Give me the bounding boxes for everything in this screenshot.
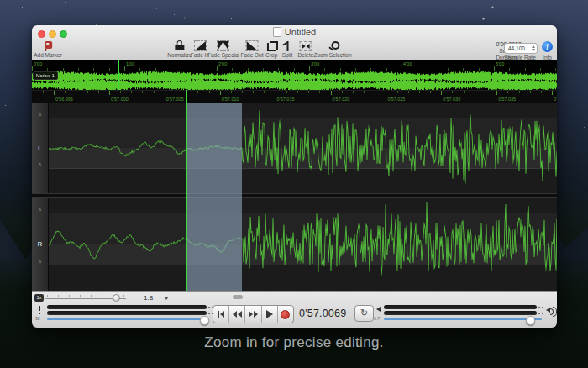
channel-gutter: 6R6 [32,197,49,291]
ruler-tick-label: 0'57.000 [111,97,129,102]
marker-pill[interactable]: Marker 1 [33,71,58,80]
channel-waveform-R[interactable] [48,197,557,291]
progress-slider-knob-left[interactable] [200,316,209,325]
overview-playhead[interactable] [118,60,119,90]
progress-slider-track-left[interactable] [47,318,208,320]
waveform-canvas[interactable] [48,103,557,193]
ruler-tick-label: 0'57.015 [277,97,295,102]
ruler-tick-label: 0'00 [34,61,42,66]
info-label: Info [540,55,554,60]
toolbar-label: Zoom Selection [313,52,351,58]
volume-value: 6.7 [374,316,380,321]
meter-value-left: 98 [35,316,40,321]
ruler-tick-label: 0'56.995 [55,97,73,102]
record-icon [281,310,290,319]
stepper-icon[interactable] [532,45,535,51]
toolbar-button-split[interactable]: Split [282,40,293,58]
scale-label: 6 [32,162,48,167]
toolbar-button-fade-out[interactable]: Fade Out [240,40,263,58]
ruler-tick-label: 0'57.030 [443,97,460,102]
delete-icon [298,40,314,51]
ruler-tick-label: 1'00 [126,61,134,66]
padlock-icon [167,40,192,51]
toolbar-label: Add Marker [34,52,62,58]
document-proxy-icon [273,27,281,37]
split-icon [282,40,293,51]
info-icon[interactable]: i [542,41,553,52]
volume-slider-knob[interactable] [526,316,535,325]
channel-name-L: L [32,145,48,152]
ruler-tick-label: 5'00 [496,61,504,66]
horizontal-scrollbar-thumb[interactable] [233,295,243,299]
file-timeline-ruler: 0'001'002'003'004'005'00 [32,60,557,71]
scale-label: 6 [32,112,48,117]
ruler-tick-label: 4'00 [403,61,412,66]
zoom-slider-knob[interactable] [113,294,120,302]
toolbar-button-fade-in[interactable]: Fade In [191,40,209,58]
marketing-caption: Zoom in for precise editing. [0,334,588,351]
ruler-tick-label: 3'00 [311,61,319,66]
ruler-tick-label: 0'57.020 [333,97,350,102]
toolbar-label: Fade In [191,52,209,58]
channel-waveform-L[interactable] [48,103,557,193]
toolbar: Add Marker NormalizeFade InFade SpecialF… [32,39,557,61]
toolbar-label: Split [282,52,293,58]
toolbar-button-normalize[interactable]: Normalize [167,40,192,58]
zoom-level-badge: 1x [34,294,44,302]
sample-rate-select[interactable]: 44,100 [504,43,538,54]
toolbar-label: Fade Out [240,52,263,58]
waveform-editor-area[interactable]: 6L66R6 [32,103,557,291]
volume-bar [384,305,537,309]
fade-v-icon [207,40,239,51]
toolbar-button-zoom-selection[interactable]: Zoom Selection [313,40,351,58]
meter-bar [47,311,207,315]
toolbar-label: Normalize [167,52,192,58]
toolbar-label: Crop [265,52,277,58]
add-marker-icon [34,40,62,51]
toolbar-button-crop[interactable]: Crop [265,40,277,58]
toolbar-button-delete[interactable]: Delete [298,40,314,58]
toolbar-label: Fade Special [207,52,239,58]
toolbar-label: Delete [298,52,314,58]
ruler-tick-label: 0'57.025 [387,97,405,102]
app-window: Untitled Add Marker NormalizeFade InFade… [32,25,557,328]
window-title-wrap: Untitled [32,27,557,37]
overview-waveform-canvas[interactable] [32,71,557,91]
volume-slider-track[interactable] [384,318,542,320]
channel-gutter: 6L6 [32,103,49,193]
starry-sky [0,0,1,1]
zoom-dropdown-icon[interactable] [164,297,169,300]
selection-highlight[interactable] [186,103,242,291]
waveform-overview[interactable]: Marker 1 [32,71,557,91]
zoom-value: 1.8 [144,294,153,302]
fade-in-icon [191,40,209,51]
sample-rate-value: 44,100 [508,45,525,51]
toolbar-button-add-marker[interactable]: Add Marker [34,40,62,58]
crop-icon [265,40,277,51]
fade-out-icon [240,40,263,51]
detail-timeline-ruler: 0'56.9950'57.0000'57.0050'57.0100'57.015… [32,90,557,103]
transport-controls [213,305,294,323]
play-button[interactable] [261,306,277,323]
record-button[interactable] [277,306,293,323]
channel-separator [32,193,557,198]
magnifier-icon [313,40,351,51]
toolbar-button-fade-special[interactable]: Fade Special [207,40,239,58]
channel-name-R: R [32,240,48,248]
ruler-tick-label: 0'57.010 [222,97,239,102]
playhead-line[interactable] [186,90,187,291]
loop-button[interactable]: ↻ [354,305,374,322]
time-display: 0'57.0069 [299,308,353,319]
loop-icon: ↻ [360,308,368,318]
volume-low-icon [376,307,381,312]
skip-back-button[interactable] [213,306,228,323]
waveform-canvas[interactable] [48,197,557,291]
ruler-tick-label: 2'00 [218,61,227,66]
rewind-button[interactable] [228,306,244,323]
scale-label: 6 [32,259,48,264]
meter-bar [47,305,207,309]
title-bar: Untitled [32,25,557,39]
fast-forward-button[interactable] [244,306,260,323]
sample-rate-label: Sample Rate [504,55,536,60]
volume-high-icon [546,306,555,315]
